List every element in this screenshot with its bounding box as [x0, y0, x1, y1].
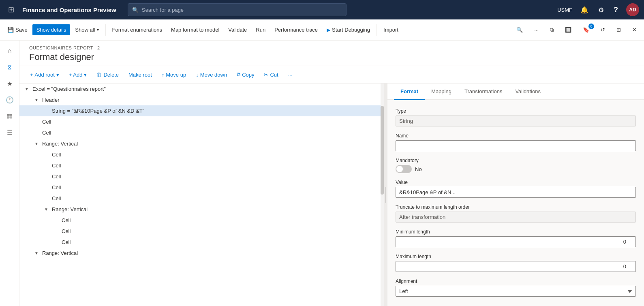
tree-item-cellactive[interactable]: Cell	[19, 193, 384, 204]
tree-item-cellquestionnairetype[interactable]: Cell	[19, 171, 384, 182]
tab-format[interactable]: Format	[394, 83, 425, 100]
tree-item-label: Cell	[50, 163, 61, 169]
sidebar-item-list[interactable]: ☰	[2, 125, 17, 139]
add-root-button[interactable]: + Add root ▾	[26, 70, 63, 80]
tree-scrollbar[interactable]	[381, 83, 384, 306]
cut-button[interactable]: ✂ Cut	[260, 70, 282, 80]
alignment-select[interactable]: Left Right Center	[396, 286, 636, 297]
panel-resizer[interactable]	[384, 83, 387, 306]
alignment-label: Alignment	[396, 278, 636, 284]
tree-item-rangeresultsgroup[interactable]: ▼Range: Vertical	[19, 204, 384, 215]
search-placeholder: Search for a page	[142, 7, 184, 13]
copy-button[interactable]: ⧉ Copy	[233, 69, 258, 80]
tree-toggle[interactable]: ▼	[32, 251, 41, 255]
move-up-button[interactable]: ↑ Move up	[158, 70, 190, 80]
tree-item-label: Range: Vertical	[41, 250, 78, 256]
search-bar[interactable]: 🔍 Search for a page	[128, 3, 347, 16]
sidebar-item-home[interactable]: ⌂	[2, 44, 17, 58]
tree-panel[interactable]: ▼Excel = "Questionnaires report"▼HeaderS…	[19, 83, 384, 306]
map-format-to-model-button[interactable]: Map format to model	[167, 24, 223, 35]
right-panel-tabs: Format Mapping Transformations Validatio…	[387, 83, 644, 100]
import-button[interactable]: Import	[379, 24, 402, 35]
help-icon[interactable]: ?	[612, 4, 620, 16]
sidebar-item-grid[interactable]: ▦	[2, 109, 17, 123]
tree-toggle[interactable]: ▼	[23, 87, 31, 91]
field-max-length: Maximum length	[396, 254, 636, 272]
save-button[interactable]: 💾 Save	[3, 24, 32, 35]
tree-scrollbar-thumb[interactable]	[381, 106, 384, 195]
more-options-button[interactable]: ···	[530, 24, 543, 35]
refresh-icon[interactable]: ↺	[597, 24, 609, 35]
search-toolbar-icon[interactable]: 🔍	[512, 24, 527, 35]
settings-icon[interactable]: ⚙	[597, 4, 605, 15]
tree-item-cellquestionorder[interactable]: Cell	[19, 182, 384, 193]
tree-item-string[interactable]: String = "&R&10Page &P of &N &D &T"	[19, 105, 384, 116]
close-button[interactable]: ✕	[628, 24, 641, 35]
separator-2	[377, 24, 377, 36]
sidebar-item-filter[interactable]: ⧖	[2, 60, 17, 75]
sidebar-item-clock[interactable]: 🕐	[2, 92, 17, 107]
delete-icon: 🗑	[96, 72, 102, 78]
tab-transformations[interactable]: Transformations	[458, 83, 509, 100]
notifications-icon[interactable]: 🔔	[579, 4, 590, 15]
tree-toggle[interactable]: ▼	[32, 98, 41, 102]
move-down-button[interactable]: ↓ Move down	[192, 70, 231, 80]
tree-item-cellreporttitle[interactable]: Cell	[19, 116, 384, 127]
performance-trace-button[interactable]: Performance trace	[270, 24, 322, 35]
make-root-button[interactable]: Make root	[124, 70, 156, 80]
puzzle-icon[interactable]: ⧉	[546, 24, 558, 36]
tree-item-label: Cell	[41, 130, 51, 136]
tree-item-cellcode[interactable]: Cell	[19, 149, 384, 160]
sidebar-item-star[interactable]: ★	[2, 76, 17, 91]
tree-item-label: Cell	[50, 173, 61, 180]
tree-item-celldescription[interactable]: Cell	[19, 160, 384, 171]
tree-item-label: Header	[41, 97, 60, 103]
type-input[interactable]	[396, 116, 636, 126]
mandatory-toggle[interactable]	[396, 165, 412, 173]
run-button[interactable]: Run	[252, 24, 270, 35]
value-input[interactable]	[396, 187, 636, 198]
more-actions-button[interactable]: ···	[284, 70, 297, 80]
show-details-button[interactable]: Show details	[32, 24, 71, 35]
tree-item-cellcode2[interactable]: Cell	[19, 215, 384, 226]
main-layout: ⌂ ⧖ ★ 🕐 ▦ ☰ QUESTIONNAIRES REPORT : 2 Fo…	[0, 41, 644, 306]
delete-button[interactable]: 🗑 Delete	[92, 70, 123, 80]
field-min-length: Minimum length	[396, 229, 636, 247]
tree-item-cellmaxnumberofpoints[interactable]: Cell	[19, 237, 384, 248]
save-icon: 💾	[7, 27, 14, 33]
tree-toggle[interactable]: ▼	[42, 207, 50, 212]
toggle-thumb	[396, 166, 403, 172]
tree-item-rangequestion[interactable]: ▼Range: Vertical	[19, 248, 384, 259]
main-content: QUESTIONNAIRES REPORT : 2 Format designe…	[19, 41, 644, 306]
field-name: Name	[396, 133, 636, 151]
validate-button[interactable]: Validate	[224, 24, 251, 35]
tree-item-cellcompanyname[interactable]: Cell	[19, 127, 384, 138]
add-caret: ▾	[84, 72, 87, 78]
name-input[interactable]	[396, 140, 636, 151]
tree-item-excel[interactable]: ▼Excel = "Questionnaires report"	[19, 83, 384, 94]
tree-item-label: Cell	[60, 217, 71, 223]
show-all-button[interactable]: Show all ▾	[71, 24, 103, 35]
format-enumerations-button[interactable]: Format enumerations	[108, 24, 167, 35]
start-debugging-button[interactable]: ▶ Start Debugging	[323, 24, 374, 35]
avatar[interactable]: AD	[626, 3, 639, 16]
expand-icon[interactable]: 🔲	[561, 24, 576, 35]
add-button[interactable]: + Add ▾	[65, 70, 91, 80]
breadcrumb: QUESTIONNAIRES REPORT : 2	[29, 45, 634, 50]
min-length-input[interactable]	[396, 236, 636, 247]
tree-item-celldescription2[interactable]: Cell	[19, 226, 384, 237]
window-icon[interactable]: ⊡	[612, 24, 625, 35]
field-alignment: Alignment Left Right Center	[396, 278, 636, 297]
tree-item-rangequestionnaire[interactable]: ▼Range: Vertical	[19, 138, 384, 149]
main-toolbar: 💾 Save Show details Show all ▾ Format en…	[0, 19, 644, 41]
add-root-caret: ▾	[56, 72, 59, 78]
max-length-input[interactable]	[396, 261, 636, 272]
waffle-icon[interactable]: ⊞	[5, 5, 17, 14]
tree-toggle[interactable]: ▼	[32, 141, 41, 146]
tab-validations[interactable]: Validations	[509, 83, 547, 100]
left-sidebar: ⌂ ⧖ ★ 🕐 ▦ ☰	[0, 41, 19, 306]
truncate-input[interactable]	[396, 212, 636, 223]
tab-mapping[interactable]: Mapping	[425, 83, 458, 100]
debug-icon: ▶	[327, 27, 330, 33]
tree-item-header[interactable]: ▼Header	[19, 94, 384, 105]
